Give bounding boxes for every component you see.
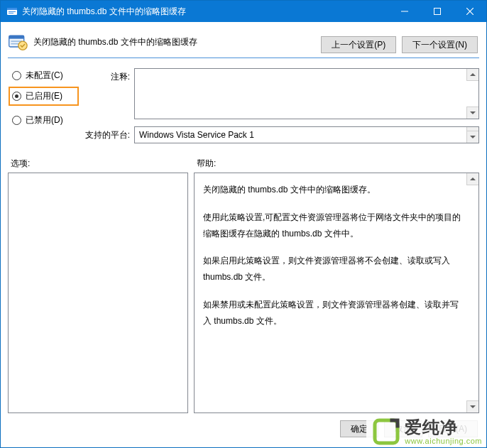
panels-row: 关闭隐藏的 thumbs.db 文件中的缩略图缓存。 使用此策略设置,可配置文件…: [8, 173, 479, 413]
minimize-button[interactable]: [388, 1, 421, 22]
radio-disabled[interactable]: 已禁用(D): [12, 114, 79, 126]
policy-icon: [8, 32, 28, 52]
radio-group: 未配置(C) 已启用(E) 已禁用(D): [8, 68, 79, 143]
options-label: 选项:: [8, 158, 194, 170]
help-paragraph: 如果禁用或未配置此策略设置，则文件资源管理器将创建、读取并写入 thumbs.d…: [203, 297, 464, 329]
app-icon: [6, 6, 18, 17]
help-content: 关闭隐藏的 thumbs.db 文件中的缩略图缓存。 使用此策略设置,可配置文件…: [195, 173, 478, 349]
svg-rect-1: [7, 8, 17, 10]
comment-text: [135, 69, 478, 75]
fields-column: 注释: 支持的平台: Windows Vista Service Pack 1: [79, 68, 479, 143]
svg-rect-2: [9, 11, 16, 12]
comment-input[interactable]: [134, 68, 479, 119]
maximize-button[interactable]: [421, 1, 454, 22]
policy-title: 关闭隐藏的 thumbs.db 文件中的缩略图缓存: [33, 36, 197, 48]
nav-buttons: 上一个设置(P) 下一个设置(N): [321, 29, 479, 53]
radio-label: 未配置(C): [26, 70, 63, 82]
scroll-down-icon[interactable]: [466, 131, 478, 143]
help-paragraph: 如果启用此策略设置，则文件资源管理器将不会创建、读取或写入 thumbs.db …: [203, 253, 464, 285]
watermark-en: www.aichunjing.com: [405, 437, 482, 445]
radio-enabled-highlight: 已启用(E): [9, 87, 79, 106]
section-labels: 选项: 帮助:: [8, 158, 479, 170]
next-setting-button[interactable]: 下一个设置(N): [402, 36, 478, 53]
radio-icon: [12, 116, 21, 125]
watermark: 爱纯净 www.aichunjing.com: [366, 416, 486, 446]
window-title: 关闭隐藏的 thumbs.db 文件中的缩略图缓存: [22, 6, 388, 18]
watermark-cn: 爱纯净: [405, 419, 482, 436]
watermark-text: 爱纯净 www.aichunjing.com: [405, 419, 482, 445]
platform-input[interactable]: Windows Vista Service Pack 1: [134, 126, 479, 143]
scroll-down-icon[interactable]: [466, 400, 478, 413]
radio-not-configured[interactable]: 未配置(C): [12, 70, 79, 82]
client-area: 关闭隐藏的 thumbs.db 文件中的缩略图缓存 上一个设置(P) 下一个设置…: [1, 22, 486, 447]
window-controls: [388, 1, 486, 22]
help-paragraph: 关闭隐藏的 thumbs.db 文件中的缩略图缓存。: [203, 182, 464, 198]
platform-text: Windows Vista Service Pack 1: [135, 127, 478, 143]
svg-rect-4: [434, 9, 441, 15]
comment-row: 注释:: [79, 68, 479, 119]
policy-editor-window: 关闭隐藏的 thumbs.db 文件中的缩略图缓存: [0, 0, 487, 448]
options-panel[interactable]: [8, 173, 188, 413]
watermark-logo-icon: [372, 417, 400, 446]
titlebar[interactable]: 关闭隐藏的 thumbs.db 文件中的缩略图缓存: [1, 1, 486, 22]
help-panel[interactable]: 关闭隐藏的 thumbs.db 文件中的缩略图缓存。 使用此策略设置,可配置文件…: [194, 173, 479, 413]
help-label: 帮助:: [194, 158, 479, 170]
close-button[interactable]: [454, 1, 486, 22]
scroll-down-icon[interactable]: [466, 106, 478, 119]
comment-label: 注释:: [79, 68, 130, 83]
platform-row: 支持的平台: Windows Vista Service Pack 1: [79, 126, 479, 143]
platform-label: 支持的平台:: [79, 126, 130, 141]
scroll-up-icon[interactable]: [466, 69, 478, 81]
radio-label: 已禁用(D): [26, 114, 63, 126]
radio-icon: [12, 71, 21, 80]
header-row: 关闭隐藏的 thumbs.db 文件中的缩略图缓存 上一个设置(P) 下一个设置…: [8, 29, 479, 53]
svg-rect-10: [375, 420, 398, 443]
svg-rect-8: [11, 43, 18, 45]
previous-setting-button[interactable]: 上一个设置(P): [321, 36, 396, 53]
svg-rect-3: [9, 13, 13, 13]
radio-enabled[interactable]: 已启用(E): [12, 90, 62, 102]
header-underline: [8, 58, 479, 58]
scroll-up-icon[interactable]: [466, 173, 478, 185]
header-left: 关闭隐藏的 thumbs.db 文件中的缩略图缓存: [8, 29, 321, 52]
radio-icon: [12, 92, 21, 101]
help-paragraph: 使用此策略设置,可配置文件资源管理器将位于网络文件夹中的项目的缩略图缓存在隐藏的…: [203, 209, 464, 242]
svg-rect-6: [9, 35, 24, 38]
config-area: 未配置(C) 已启用(E) 已禁用(D) 注释:: [8, 68, 479, 143]
radio-label: 已启用(E): [26, 90, 62, 102]
